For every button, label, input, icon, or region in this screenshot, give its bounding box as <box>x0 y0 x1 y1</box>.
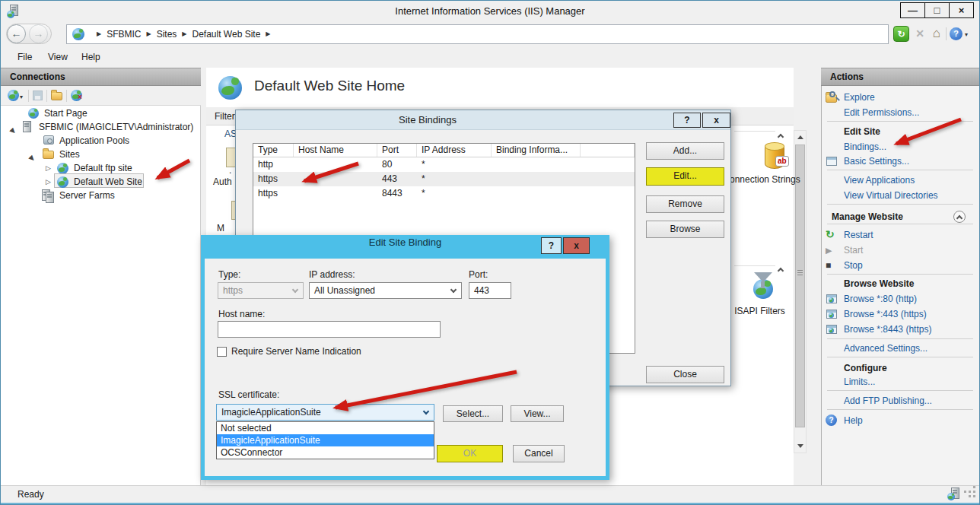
action-start[interactable]: ▶ Start <box>826 244 976 256</box>
ssl-option-imagicle[interactable]: ImagicleApplicationSuite <box>217 434 434 446</box>
col-type[interactable]: Type <box>253 144 294 157</box>
scrollbar-thumb[interactable] <box>795 145 805 427</box>
menu-view[interactable]: View <box>48 52 68 62</box>
action-restart[interactable]: ↻ Restart <box>826 229 976 241</box>
edit-button[interactable]: Edit... <box>646 167 724 186</box>
close-button[interactable]: Close <box>646 366 724 383</box>
action-view-virtual-directories[interactable]: View Virtual Directories <box>826 189 976 202</box>
close-button[interactable]: × <box>949 2 974 18</box>
breadcrumb-default-web-site[interactable]: Default Web Site <box>192 29 261 40</box>
action-help[interactable]: ? Help <box>826 414 976 427</box>
browse-button[interactable]: Browse <box>646 221 724 238</box>
maximize-button[interactable]: □ <box>924 2 950 18</box>
ip-address-select[interactable]: All Unassigned <box>309 282 462 299</box>
collapse-section-button[interactable] <box>953 211 966 223</box>
dialog-close-button[interactable]: x <box>702 113 730 128</box>
dialog-close-button[interactable]: x <box>563 237 590 254</box>
action-browse-8443[interactable]: Browse *:8443 (https) <box>826 323 976 335</box>
dialog-help-button[interactable]: ? <box>541 237 562 254</box>
col-binding-info[interactable]: Binding Informa... <box>492 144 581 157</box>
up-folder-icon[interactable] <box>51 92 62 100</box>
bindings-table-header[interactable]: Type Host Name Port IP Address Binding I… <box>253 144 635 157</box>
toolbar-separator <box>28 90 29 102</box>
breadcrumb-server[interactable]: SFBMIC <box>107 29 141 40</box>
action-stop[interactable]: ■ Stop <box>826 259 976 272</box>
ok-button[interactable]: OK <box>437 445 503 462</box>
binding-row-https-8443[interactable]: https 8443 * <box>253 186 635 201</box>
action-bindings[interactable]: Bindings... <box>826 141 976 153</box>
action-basic-settings[interactable]: Basic Settings... <box>826 155 976 167</box>
breadcrumb-sites[interactable]: Sites <box>157 29 177 40</box>
tree-item-sites[interactable]: ▶ Sites <box>1 148 200 161</box>
status-text: Ready <box>18 489 44 500</box>
expander-collapsed-icon[interactable]: ▷ <box>46 161 51 175</box>
host-name-input[interactable] <box>218 321 441 338</box>
action-limits[interactable]: Limits... <box>826 376 976 388</box>
action-explore[interactable]: Explore <box>826 91 976 103</box>
isapi-funnel-stem <box>761 281 765 288</box>
actions-group-browse-website: Browse Website <box>826 278 976 290</box>
site-globe-icon <box>72 28 84 40</box>
col-host-name[interactable]: Host Name <box>294 144 377 157</box>
address-bar[interactable]: ▶ SFBMIC ▶ Sites ▶ Default Web Site ▶ <box>66 24 889 44</box>
add-button[interactable]: Add... <box>646 142 724 160</box>
help-icon[interactable]: ? <box>950 27 963 40</box>
remove-button[interactable]: Remove <box>646 195 724 213</box>
create-connection-icon[interactable] <box>8 90 19 101</box>
action-add-ftp-publishing[interactable]: Add FTP Publishing... <box>826 395 976 407</box>
create-connection-dropdown-icon[interactable]: ▾ <box>20 94 23 100</box>
help-dropdown-icon[interactable]: ▾ <box>965 31 968 38</box>
view-button[interactable]: View... <box>511 405 564 422</box>
action-browse-443[interactable]: Browse *:443 (https) <box>826 308 976 320</box>
actions-separator <box>827 357 973 357</box>
filter-label: Filter: <box>215 111 237 122</box>
ssl-option-not-selected[interactable]: Not selected <box>217 422 434 434</box>
scroll-up-button[interactable] <box>794 131 806 144</box>
restart-icon: ↻ <box>826 229 839 241</box>
window-title: Internet Information Services (IIS) Mana… <box>1 5 979 17</box>
binding-row-https-443[interactable]: https 443 * <box>253 172 635 186</box>
menu-file[interactable]: File <box>18 52 32 62</box>
back-button[interactable]: ← <box>7 24 26 43</box>
expander-collapsed-icon[interactable]: ▷ <box>46 175 51 189</box>
breadcrumb-arrow-icon: ▶ <box>97 30 101 37</box>
type-select[interactable]: https <box>218 282 304 299</box>
ftp-site-icon <box>57 163 68 174</box>
scrollbar-grip <box>797 270 803 276</box>
port-input[interactable]: 443 <box>469 282 511 299</box>
ssl-certificate-select[interactable]: ImagicleApplicationSuite <box>216 404 434 421</box>
tree-item-default-web-site[interactable]: ▷ Default Web Site <box>1 175 200 189</box>
actions-group-configure: Configure <box>826 362 976 374</box>
forward-button[interactable]: → <box>29 24 48 43</box>
minimize-button[interactable]: — <box>900 2 925 18</box>
action-edit-permissions[interactable]: Edit Permissions... <box>826 106 976 119</box>
edit-site-binding-dialog: Edit Site Binding ? x Type: IP address: … <box>201 235 609 480</box>
window-titlebar[interactable]: Internet Information Services (IIS) Mana… <box>1 1 979 23</box>
tree-item-server-farms[interactable]: Server Farms <box>1 189 200 202</box>
select-button[interactable]: Select... <box>443 405 503 422</box>
binding-row-http-80[interactable]: http 80 * <box>253 157 635 172</box>
browse-window-icon <box>826 308 839 320</box>
tree-item-server[interactable]: ▶ SFBMIC (IMAGICLETV\Administrator) <box>1 120 200 134</box>
col-port[interactable]: Port <box>377 144 417 157</box>
resize-grip[interactable] <box>964 491 966 493</box>
dialog-help-button[interactable]: ? <box>673 113 701 128</box>
refresh-icon[interactable]: ↻ <box>893 26 909 42</box>
col-ip-address[interactable]: IP Address <box>417 144 492 157</box>
tree-item-start-page[interactable]: Start Page <box>1 106 200 120</box>
cancel-button[interactable]: Cancel <box>513 445 565 462</box>
menu-help[interactable]: Help <box>81 52 100 62</box>
stop-icon[interactable]: ✕ <box>912 26 928 42</box>
home-icon[interactable]: ⌂ <box>929 26 944 42</box>
tree-label: Default Web Site <box>74 175 142 189</box>
save-connections-icon[interactable] <box>33 91 43 100</box>
action-advanced-settings[interactable]: Advanced Settings... <box>826 342 976 354</box>
scroll-down-button[interactable] <box>794 440 806 453</box>
sni-checkbox[interactable] <box>217 347 227 357</box>
ssl-option-ocsconnector[interactable]: OCSConnector <box>217 446 434 459</box>
tree-item-application-pools[interactable]: Application Pools <box>1 134 200 148</box>
site-bindings-titlebar[interactable]: Site Bindings ? x <box>236 110 730 130</box>
connections-toolbar: ▾ × <box>1 86 201 106</box>
action-view-applications[interactable]: View Applications <box>826 174 976 186</box>
action-browse-80[interactable]: Browse *:80 (http) <box>826 293 976 305</box>
